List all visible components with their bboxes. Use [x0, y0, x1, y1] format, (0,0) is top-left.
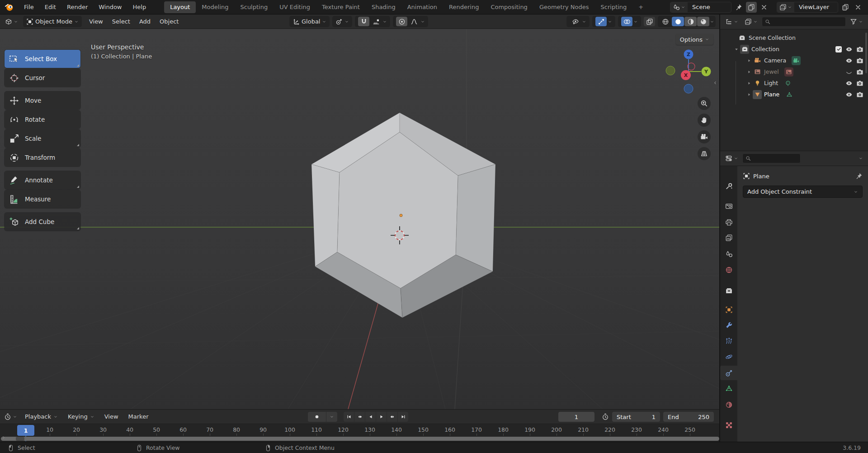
disclosure-right-icon[interactable] [745, 81, 753, 86]
snap-toggle[interactable] [358, 17, 369, 26]
jump-to-next-keyframe-button[interactable] [387, 412, 397, 422]
workspace-tab-modeling[interactable]: Modeling [196, 1, 234, 13]
falloff-button[interactable] [408, 17, 420, 26]
axis-neg-z-ball[interactable] [684, 84, 693, 93]
editor-type-button[interactable] [3, 16, 20, 27]
workspace-tab-animation[interactable]: Animation [401, 1, 443, 13]
shading-rendered-button[interactable] [697, 17, 709, 26]
properties-tab-physics[interactable] [720, 349, 737, 364]
sidebar-toggle[interactable] [713, 80, 717, 86]
properties-options-button[interactable] [856, 153, 865, 164]
auto-keying-toggle[interactable] [308, 412, 326, 422]
disclosure-right-icon[interactable] [745, 70, 753, 74]
end-frame-field[interactable]: End250 [663, 412, 714, 422]
outliner-scrollbar[interactable] [865, 33, 867, 73]
properties-tab-collection[interactable] [720, 283, 737, 298]
properties-tab-view-layer[interactable] [720, 230, 737, 245]
transform-orientation-selector[interactable]: Global [289, 16, 330, 27]
render-visibility-camera-icon[interactable] [856, 68, 863, 76]
tool-transform[interactable]: Transform [5, 148, 80, 167]
blender-logo-menu[interactable] [5, 2, 14, 12]
jewel-data-icon[interactable] [784, 67, 793, 76]
pin-icon[interactable] [855, 172, 863, 180]
plane-data-icon[interactable] [785, 90, 794, 99]
disclosure-right-icon[interactable] [745, 92, 753, 97]
scene-new-button[interactable] [746, 2, 757, 13]
proportional-edit-toggle[interactable] [396, 17, 407, 26]
light-data-icon[interactable] [783, 79, 793, 88]
viewport-menu-select[interactable]: Select [108, 16, 135, 27]
properties-tab-constraints[interactable] [720, 366, 737, 380]
outliner-search-input[interactable] [762, 17, 846, 27]
chevron-down-icon[interactable] [710, 19, 714, 24]
camera-view-button[interactable] [698, 130, 711, 143]
play-reverse-button[interactable] [365, 412, 376, 422]
outliner-display-mode-button[interactable] [742, 16, 760, 28]
scene-unlink-button[interactable] [759, 2, 769, 13]
visibility-eye-open-icon[interactable] [845, 57, 853, 64]
jump-to-start-button[interactable] [344, 412, 354, 422]
tool-move[interactable]: Move [5, 91, 80, 110]
topbar-menu-file[interactable]: File [19, 1, 39, 13]
show-overlays-toggle[interactable] [621, 17, 632, 26]
workspace-tab-sculpting[interactable]: Sculpting [234, 1, 274, 13]
properties-editor-type-button[interactable] [723, 153, 741, 164]
zoom-button[interactable] [698, 97, 711, 110]
timeline-ruler[interactable]: 1 10203040506070809010011012013014015016… [0, 424, 719, 442]
tool-annotate[interactable]: Annotate [5, 171, 80, 189]
workspace-tab-texture-paint[interactable]: Texture Paint [316, 1, 366, 13]
start-frame-field[interactable]: Start1 [612, 412, 660, 422]
outliner-editor-type-button[interactable] [723, 16, 741, 28]
tool-add-cube[interactable]: Add Cube [5, 213, 80, 231]
timeline-menu-view[interactable]: View [100, 411, 123, 422]
properties-tab-output[interactable] [720, 215, 737, 229]
properties-search-input[interactable] [742, 153, 801, 163]
use-preview-range-toggle[interactable] [602, 413, 609, 420]
visibility-eye-open-icon[interactable] [845, 91, 853, 98]
viewlayer-browse-button[interactable] [777, 2, 794, 12]
viewlayer-new-button[interactable] [840, 2, 851, 13]
workspace-tab-+[interactable]: + [632, 1, 649, 13]
scene-browse-button[interactable] [670, 2, 688, 12]
timeline-menu-playback[interactable]: Playback [20, 411, 62, 422]
camera-data-icon[interactable] [792, 56, 801, 65]
workspace-tab-compositing[interactable]: Compositing [485, 1, 533, 13]
xray-toggle[interactable] [644, 17, 655, 26]
tool-cursor[interactable]: Cursor [5, 69, 80, 87]
shading-solid-button[interactable] [672, 17, 684, 26]
topbar-menu-edit[interactable]: Edit [39, 1, 61, 13]
chevron-down-icon[interactable] [633, 19, 638, 24]
properties-tab-material[interactable] [720, 397, 737, 412]
outliner-row-jewel[interactable]: Jewel [720, 66, 868, 77]
keying-popover-button[interactable] [326, 412, 337, 422]
render-visibility-camera-icon[interactable] [856, 91, 863, 98]
workspace-tab-rendering[interactable]: Rendering [443, 1, 485, 13]
timeline-menu-keying[interactable]: Keying [63, 411, 99, 422]
breadcrumb-object-name[interactable]: Plane [753, 173, 769, 180]
snap-target-button[interactable] [370, 17, 382, 26]
jump-to-end-button[interactable] [398, 412, 408, 422]
viewport-menu-view[interactable]: View [85, 16, 108, 27]
render-visibility-camera-icon[interactable] [856, 57, 863, 64]
properties-tab-scene[interactable] [720, 247, 737, 261]
workspace-tab-geometry-nodes[interactable]: Geometry Nodes [533, 1, 595, 13]
pan-button[interactable] [698, 114, 711, 127]
disclosure-down-icon[interactable] [733, 47, 740, 52]
timeline-editor-type-button[interactable] [2, 411, 19, 422]
properties-tab-world[interactable] [720, 262, 737, 277]
workspace-tab-scripting[interactable]: Scripting [595, 1, 633, 13]
show-gizmo-toggle[interactable] [595, 17, 607, 26]
tool-rotate[interactable]: Rotate [5, 110, 80, 129]
properties-tab-render[interactable] [720, 199, 737, 213]
scene-pin-button[interactable] [733, 2, 744, 13]
outliner-row-collection[interactable]: Collection [720, 43, 868, 55]
playhead[interactable]: 1 [17, 425, 34, 436]
topbar-menu-render[interactable]: Render [61, 1, 93, 13]
workspace-tab-uv-editing[interactable]: UV Editing [274, 1, 316, 13]
workspace-tab-shading[interactable]: Shading [366, 1, 401, 13]
show-object-types-button[interactable] [570, 17, 581, 26]
chevron-down-icon[interactable] [382, 19, 387, 24]
viewport-menu-object[interactable]: Object [155, 16, 183, 27]
outliner-row-camera[interactable]: Camera [720, 55, 868, 66]
topbar-menu-help[interactable]: Help [127, 1, 152, 13]
